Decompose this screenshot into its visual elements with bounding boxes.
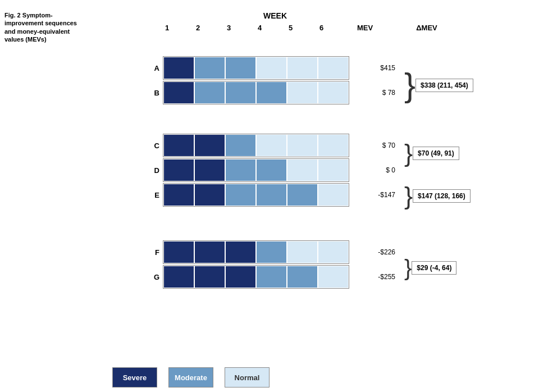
cell-d2 xyxy=(194,159,225,181)
legend: Severe Moderate Normal xyxy=(112,367,270,388)
section-ab: A $415 B $ 78 xyxy=(146,56,395,104)
cell-g2 xyxy=(194,266,225,288)
cell-b1 xyxy=(163,81,194,104)
cell-a6 xyxy=(318,57,349,79)
legend-severe: Severe xyxy=(112,367,157,388)
cell-g1 xyxy=(163,266,194,288)
delta-ab-value: $338 (211, 454) xyxy=(415,79,473,92)
brace-ab-symbol: } xyxy=(404,69,415,102)
brace-fg-symbol: } xyxy=(404,257,412,279)
grid-row-f xyxy=(163,240,349,264)
brace-ab: } $338 (211, 454) xyxy=(404,63,473,108)
cell-b5 xyxy=(287,81,318,104)
figure-container: Fig. 2 Symptom-improvement sequences and… xyxy=(0,6,548,392)
row-label-f: F xyxy=(146,248,163,257)
delta-fg-value: $29 (-4, 64) xyxy=(412,261,456,275)
grid-row-a xyxy=(163,56,349,80)
cell-a5 xyxy=(287,57,318,79)
cell-f4 xyxy=(256,241,287,263)
col-header-2: 2 xyxy=(182,24,213,32)
row-f: F -$226 xyxy=(146,240,395,264)
cell-d1 xyxy=(163,159,194,181)
legend-severe-label: Severe xyxy=(123,373,147,382)
grid-row-c xyxy=(163,134,349,157)
legend-moderate-box: Moderate xyxy=(168,367,213,388)
cell-f5 xyxy=(287,241,318,263)
mev-c: $ 70 xyxy=(356,134,395,157)
col-header-1: 1 xyxy=(152,24,182,32)
cell-c2 xyxy=(194,134,225,157)
cell-e2 xyxy=(194,184,225,206)
mev-a: $415 xyxy=(356,57,395,79)
week-header: WEEK xyxy=(180,11,371,20)
col-header-4: 4 xyxy=(244,24,275,32)
row-e: E -$147 xyxy=(146,183,395,207)
row-label-d: D xyxy=(146,166,163,175)
cell-f6 xyxy=(318,241,349,263)
cell-f3 xyxy=(225,241,256,263)
grid-row-g xyxy=(163,265,349,289)
cell-d3 xyxy=(225,159,256,181)
row-b: B $ 78 xyxy=(146,81,395,104)
cell-c6 xyxy=(318,134,349,157)
cell-a4 xyxy=(256,57,287,79)
mev-b: $ 78 xyxy=(356,81,395,104)
cell-e1 xyxy=(163,184,194,206)
delta-de-value: $147 (128, 166) xyxy=(413,189,471,203)
grid-row-e xyxy=(163,183,349,207)
legend-normal-label: Normal xyxy=(235,373,260,382)
row-label-c: C xyxy=(146,142,163,150)
cell-b3 xyxy=(225,81,256,104)
cell-b6 xyxy=(318,81,349,104)
cell-g5 xyxy=(287,266,318,288)
cell-a3 xyxy=(225,57,256,79)
cell-a1 xyxy=(163,57,194,79)
cell-c5 xyxy=(287,134,318,157)
row-label-e: E xyxy=(146,191,163,199)
grid-row-d xyxy=(163,158,349,182)
row-g: G -$255 xyxy=(146,265,395,289)
col-header-6: 6 xyxy=(306,24,337,32)
cell-g4 xyxy=(256,266,287,288)
row-label-a: A xyxy=(146,64,163,72)
figure-label: Fig. 2 Symptom-improvement sequences and… xyxy=(4,11,77,43)
cell-b4 xyxy=(256,81,287,104)
legend-normal-box: Normal xyxy=(225,367,270,388)
cell-c4 xyxy=(256,134,287,157)
cell-c1 xyxy=(163,134,194,157)
cell-b2 xyxy=(194,81,225,104)
row-d: D $ 0 xyxy=(146,158,395,182)
row-label-g: G xyxy=(146,273,163,281)
col-header-3: 3 xyxy=(213,24,244,32)
legend-moderate: Moderate xyxy=(168,367,213,388)
cell-f2 xyxy=(194,241,225,263)
cell-e4 xyxy=(256,184,287,206)
cell-g6 xyxy=(318,266,349,288)
col-header-5: 5 xyxy=(275,24,306,32)
cell-a2 xyxy=(194,57,225,79)
mev-header: MEV xyxy=(342,24,387,32)
brace-de: } $147 (128, 166) xyxy=(404,181,471,211)
mev-f: -$226 xyxy=(356,241,395,263)
row-c: C $ 70 xyxy=(146,134,395,157)
legend-normal: Normal xyxy=(225,367,270,388)
row-label-b: B xyxy=(146,89,163,97)
cell-d5 xyxy=(287,159,318,181)
section-fg: F -$226 G -$255 xyxy=(146,240,395,289)
delta-mev-header: ΔMEV xyxy=(399,24,455,32)
grid-row-b xyxy=(163,81,349,104)
brace-cd-symbol: } xyxy=(404,139,413,167)
cell-g3 xyxy=(225,266,256,288)
legend-moderate-label: Moderate xyxy=(175,373,207,382)
cell-d4 xyxy=(256,159,287,181)
delta-cd-value: $70 (49, 91) xyxy=(413,147,459,160)
section-cde: C $ 70 D $ 0 xyxy=(146,134,395,207)
brace-cd: } $70 (49, 91) xyxy=(404,139,459,167)
cell-f1 xyxy=(163,241,194,263)
cell-e3 xyxy=(225,184,256,206)
brace-de-symbol: } xyxy=(404,181,413,211)
mev-e: -$147 xyxy=(356,184,395,206)
column-headers: 1 2 3 4 5 6 MEV ΔMEV xyxy=(129,24,466,32)
row-a: A $415 xyxy=(146,56,395,80)
cell-e6 xyxy=(318,184,349,206)
